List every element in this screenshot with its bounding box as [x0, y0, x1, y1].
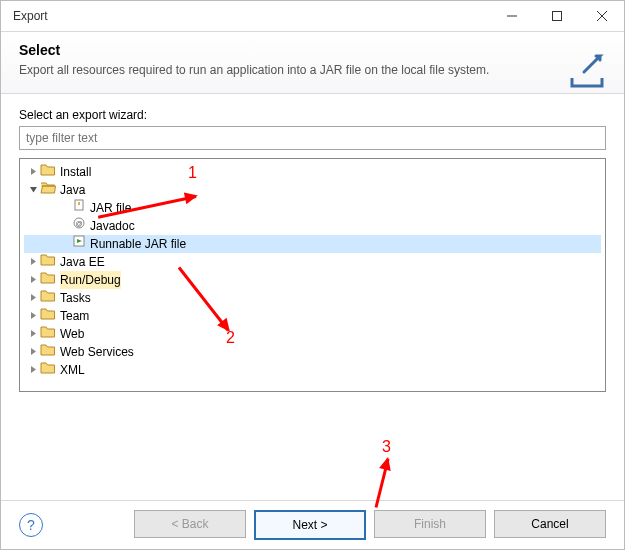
banner-title: Select — [19, 42, 606, 58]
folder-icon — [40, 288, 56, 307]
export-icon — [566, 50, 608, 95]
chevron-right-icon[interactable] — [26, 167, 40, 176]
tree-label: Run/Debug — [60, 271, 121, 289]
svg-text:@: @ — [75, 220, 82, 227]
chevron-right-icon[interactable] — [26, 275, 40, 284]
svg-rect-7 — [78, 202, 80, 205]
folder-icon — [40, 342, 56, 361]
tree-label: Web — [60, 325, 84, 343]
folder-icon — [40, 162, 56, 181]
next-button[interactable]: Next > — [254, 510, 366, 540]
tree-node-install[interactable]: Install — [24, 163, 601, 181]
tree-node-jar-file[interactable]: JAR file — [24, 199, 601, 217]
tree-label: Install — [60, 163, 91, 181]
back-button[interactable]: < Back — [134, 510, 246, 538]
tree-label: Runnable JAR file — [90, 235, 186, 253]
javadoc-icon: @ — [72, 216, 86, 235]
folder-icon — [40, 252, 56, 271]
jar-icon — [72, 198, 86, 217]
chevron-right-icon[interactable] — [26, 365, 40, 374]
folder-open-icon — [40, 180, 56, 199]
tree-node-runnable-jar[interactable]: Runnable JAR file — [24, 235, 601, 253]
tree-node-run-debug[interactable]: Run/Debug — [24, 271, 601, 289]
tree-node-xml[interactable]: XML — [24, 361, 601, 379]
export-dialog: Export Select Export all resources requi… — [0, 0, 625, 550]
folder-icon — [40, 306, 56, 325]
tree-label: Java EE — [60, 253, 105, 271]
tree-node-javadoc[interactable]: @ Javadoc — [24, 217, 601, 235]
chevron-right-icon[interactable] — [26, 329, 40, 338]
wizard-label: Select an export wizard: — [19, 108, 606, 122]
minimize-button[interactable] — [489, 1, 534, 31]
runnable-jar-icon — [72, 234, 86, 253]
filter-input[interactable] — [19, 126, 606, 150]
tree-node-java-ee[interactable]: Java EE — [24, 253, 601, 271]
chevron-right-icon[interactable] — [26, 293, 40, 302]
help-button[interactable]: ? — [19, 513, 43, 537]
cancel-button[interactable]: Cancel — [494, 510, 606, 538]
tree-label: Team — [60, 307, 89, 325]
folder-icon — [40, 270, 56, 289]
titlebar: Export — [1, 1, 624, 32]
tree-node-team[interactable]: Team — [24, 307, 601, 325]
chevron-right-icon[interactable] — [26, 347, 40, 356]
maximize-button[interactable] — [534, 1, 579, 31]
window-title: Export — [13, 9, 48, 23]
tree-node-web-services[interactable]: Web Services — [24, 343, 601, 361]
window-controls — [489, 1, 624, 31]
main: Select an export wizard: Install Java JA… — [1, 94, 624, 400]
close-button[interactable] — [579, 1, 624, 31]
chevron-right-icon[interactable] — [26, 257, 40, 266]
tree-node-tasks[interactable]: Tasks — [24, 289, 601, 307]
annotation-number-3: 3 — [382, 438, 391, 456]
banner-description: Export all resources required to run an … — [19, 62, 549, 79]
tree-node-web[interactable]: Web — [24, 325, 601, 343]
tree-label: Web Services — [60, 343, 134, 361]
wizard-tree[interactable]: Install Java JAR file @ Javadoc — [19, 158, 606, 392]
folder-icon — [40, 360, 56, 379]
button-bar: ? < Back Next > Finish Cancel — [1, 500, 624, 549]
tree-label: XML — [60, 361, 85, 379]
tree-label: Javadoc — [90, 217, 135, 235]
chevron-right-icon[interactable] — [26, 311, 40, 320]
tree-node-java[interactable]: Java — [24, 181, 601, 199]
finish-button[interactable]: Finish — [374, 510, 486, 538]
chevron-down-icon[interactable] — [26, 185, 40, 194]
tree-label: Java — [60, 181, 85, 199]
tree-label: JAR file — [90, 199, 131, 217]
svg-rect-3 — [552, 12, 561, 21]
folder-icon — [40, 324, 56, 343]
tree-label: Tasks — [60, 289, 91, 307]
banner: Select Export all resources required to … — [1, 32, 624, 94]
